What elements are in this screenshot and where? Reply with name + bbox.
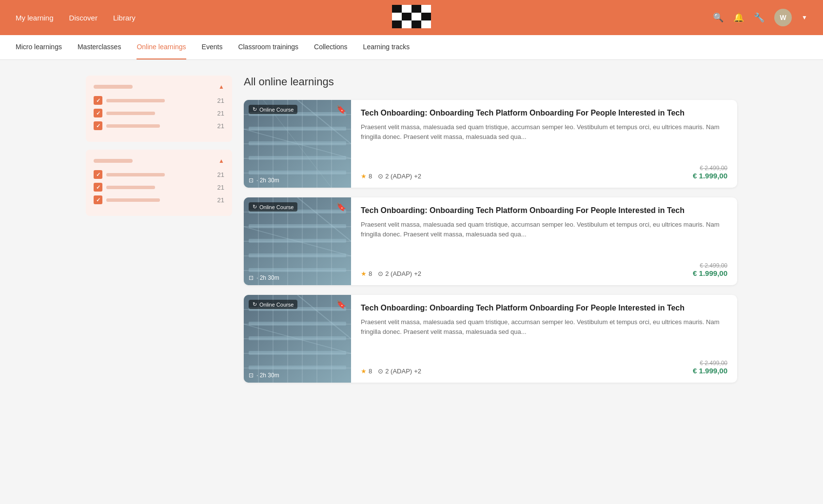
credits-icon-2: ⊙: [378, 270, 383, 277]
nav-my-learning[interactable]: My learning: [16, 14, 54, 22]
bookmark-icon-1[interactable]: 🔖: [336, 105, 346, 114]
search-icon[interactable]: 🔍: [713, 12, 724, 23]
duration-3: · 2h 30m: [256, 372, 279, 379]
card-desc-1: Praesent velit massa, malesuada sed quam…: [361, 122, 727, 141]
logo[interactable]: [392, 5, 431, 30]
bookmark-icon-2[interactable]: 🔖: [336, 202, 346, 212]
card-meta-bottom-2: ⊡ · 2h 30m: [249, 274, 279, 281]
rating-value-1: 8: [369, 173, 372, 180]
checkbox-2-3[interactable]: [94, 195, 102, 204]
card-pricing-1: € 2.499,00 € 1.999,00: [693, 165, 727, 180]
filter-item-1-2: 21: [94, 109, 224, 117]
svg-rect-69: [249, 366, 346, 369]
rating-stat-1: ★ 8: [361, 173, 372, 180]
svg-rect-67: [249, 336, 346, 340]
star-icon-1: ★: [361, 173, 367, 180]
subnav-masterclasses[interactable]: Masterclasses: [78, 35, 121, 59]
duration-icon-3: ⊡: [249, 372, 254, 379]
svg-rect-49: [249, 253, 346, 257]
price-original-1: € 2.499,00: [693, 165, 727, 172]
rating-value-3: 8: [369, 368, 372, 375]
nav-library[interactable]: Library: [113, 14, 136, 22]
extra-value-3: +2: [414, 368, 421, 375]
card-body-1: Tech Onboarding: Onboarding Tech Platfor…: [351, 100, 737, 188]
checkbox-2-2[interactable]: [94, 183, 102, 192]
filter-count-2-3: 21: [217, 196, 224, 204]
card-badge-1: ↻ Online Course: [249, 105, 297, 114]
price-current-1: € 1.999,00: [693, 172, 727, 180]
duration-icon-1: ⊡: [249, 177, 254, 184]
credits-value-1: 2 (ADAP): [385, 173, 412, 180]
card-title-3: Tech Onboarding: Onboarding Tech Platfor…: [361, 303, 727, 313]
filter-label-2-3: [106, 198, 160, 202]
course-card-1[interactable]: ↻ Online Course 🔖 ⊡ · 2h 30m Tech Onboar…: [244, 100, 737, 188]
subnav-online-learnings[interactable]: Online learnings: [137, 35, 186, 59]
header-actions: 🔍 🔔 🔧 W ▼: [713, 9, 807, 26]
card-pricing-3: € 2.499,00 € 1.999,00: [693, 360, 727, 375]
filter-label-1-1: [106, 99, 165, 102]
bookmark-icon-3[interactable]: 🔖: [336, 300, 346, 309]
card-stats-2: ★ 8 ⊙ 2 (ADAP) +2: [361, 270, 421, 277]
course-card-2[interactable]: ↻ Online Course 🔖 ⊡ · 2h 30m Tech Onboar…: [244, 197, 737, 285]
avatar[interactable]: W: [774, 9, 792, 26]
subnav-micro-learnings[interactable]: Micro learnings: [16, 35, 62, 59]
checkbox-1-2[interactable]: [94, 109, 102, 117]
tool-icon[interactable]: 🔧: [754, 12, 764, 23]
svg-rect-9: [402, 20, 412, 28]
course-card-3[interactable]: ↻ Online Course 🔖 ⊡ · 2h 30m Tech Onboar…: [244, 295, 737, 383]
card-footer-3: ★ 8 ⊙ 2 (ADAP) +2 € 2.499,00 € 1.999,00: [361, 360, 727, 375]
credits-stat-2: ⊙ 2 (ADAP) +2: [378, 270, 421, 277]
filter-toggle-2[interactable]: ▲: [218, 157, 224, 164]
card-stats-1: ★ 8 ⊙ 2 (ADAP) +2: [361, 173, 421, 180]
card-body-2: Tech Onboarding: Onboarding Tech Platfor…: [351, 197, 737, 285]
checkbox-1-1[interactable]: [94, 96, 102, 105]
card-desc-3: Praesent velit massa, malesuada sed quam…: [361, 317, 727, 336]
filter-toggle-1[interactable]: ▲: [218, 83, 224, 90]
card-footer-1: ★ 8 ⊙ 2 (ADAP) +2 € 2.499,00 € 1.999,00: [361, 165, 727, 180]
svg-rect-66: [249, 322, 346, 326]
checkbox-1-3[interactable]: [94, 121, 102, 130]
header: My learning Discover Library 🔍 🔔 🔧 W ▼: [0, 0, 823, 35]
main-nav: My learning Discover Library: [16, 14, 136, 22]
rating-stat-3: ★ 8: [361, 368, 372, 375]
svg-rect-50: [249, 268, 346, 272]
card-image-1: ↻ Online Course 🔖 ⊡ · 2h 30m: [244, 100, 351, 188]
subnav-collections[interactable]: Collections: [314, 35, 347, 59]
price-current-2: € 1.999,00: [693, 269, 727, 277]
credits-icon-3: ⊙: [378, 368, 383, 375]
svg-rect-31: [249, 171, 346, 174]
card-meta-bottom-1: ⊡ · 2h 30m: [249, 177, 279, 184]
card-title-2: Tech Onboarding: Onboarding Tech Platfor…: [361, 205, 727, 216]
subnav-learning-tracks[interactable]: Learning tracks: [363, 35, 410, 59]
filter-item-2-2: 21: [94, 183, 224, 192]
filter-title-bar-1: [94, 85, 133, 89]
checkbox-2-1[interactable]: [94, 170, 102, 179]
svg-rect-1: [402, 5, 412, 13]
duration-1: · 2h 30m: [256, 177, 279, 184]
card-badge-3: ↻ Online Course: [249, 300, 297, 309]
filter-item-2-1: 21: [94, 170, 224, 179]
credits-stat-1: ⊙ 2 (ADAP) +2: [378, 173, 421, 180]
duration-icon-2: ⊡: [249, 274, 254, 281]
card-stats-3: ★ 8 ⊙ 2 (ADAP) +2: [361, 368, 421, 375]
filter-item-1-3: 21: [94, 121, 224, 130]
filter-item-2-3: 21: [94, 195, 224, 204]
filter-title-bar-2: [94, 159, 133, 163]
subnav-classroom-trainings[interactable]: Classroom trainings: [238, 35, 298, 59]
card-desc-2: Praesent velit massa, malesuada sed quam…: [361, 220, 727, 239]
filter-count-1-3: 21: [217, 122, 224, 130]
subnav-events[interactable]: Events: [202, 35, 223, 59]
credits-value-2: 2 (ADAP): [385, 270, 412, 277]
content-area: All online learnings: [244, 76, 737, 392]
svg-rect-11: [421, 20, 431, 28]
price-original-3: € 2.499,00: [693, 360, 727, 367]
filter-count-1-1: 21: [217, 97, 224, 104]
svg-rect-47: [249, 224, 346, 228]
chevron-down-icon[interactable]: ▼: [802, 14, 807, 21]
nav-discover[interactable]: Discover: [69, 14, 98, 22]
filter-label-2-1: [106, 173, 165, 176]
bell-icon[interactable]: 🔔: [733, 12, 744, 23]
svg-rect-10: [412, 20, 421, 28]
filter-count-2-1: 21: [217, 171, 224, 178]
online-course-icon-3: ↻: [253, 301, 257, 308]
